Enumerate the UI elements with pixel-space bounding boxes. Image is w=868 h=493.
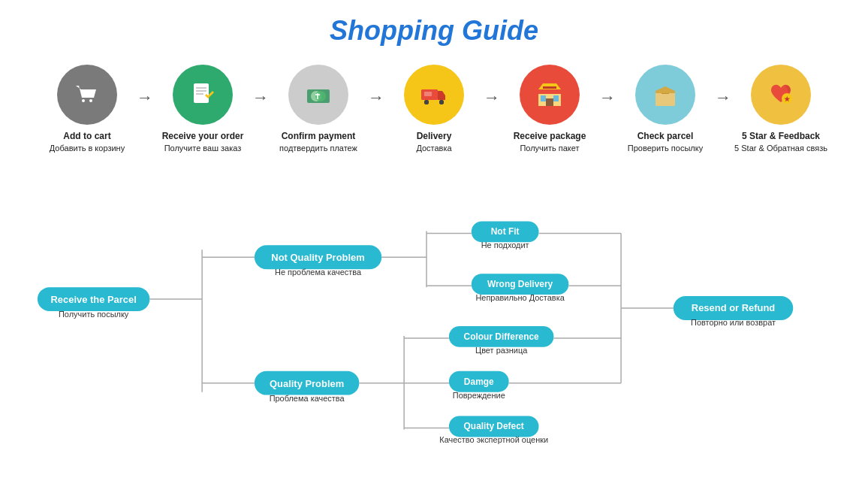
- step-circle-1: [57, 65, 117, 125]
- svg-rect-25: [553, 95, 559, 101]
- step-circle-3: [288, 65, 348, 125]
- damage-label-ru: Повреждение: [453, 390, 505, 399]
- step-label-ru-3: подтвердить платеж: [279, 143, 357, 153]
- svg-rect-30: [656, 91, 675, 93]
- step-label-ru-5: Получить пакет: [520, 143, 579, 153]
- branch2-label-ru: Проблема качества: [270, 393, 345, 402]
- store-icon: [531, 76, 568, 113]
- wrong-delivery-label-en: Wrong Delivery: [487, 279, 553, 289]
- page-wrapper: Shopping Guide Add to cart Добавить в ко…: [0, 0, 868, 467]
- step-delivery: Delivery Доставка: [381, 65, 487, 153]
- outcome-label-ru: Повторно или возврат: [691, 318, 776, 327]
- svg-rect-6: [196, 90, 206, 92]
- page-title: Shopping Guide: [8, 15, 860, 47]
- svg-point-2: [89, 99, 92, 102]
- svg-rect-23: [546, 98, 553, 106]
- svg-rect-24: [541, 95, 546, 101]
- not-fit-label-en: Not Fit: [491, 226, 520, 237]
- step-circle-6: [635, 65, 695, 125]
- colour-diff-label-en: Colour Difference: [464, 331, 540, 342]
- quality-defect-label-ru: Качество экспертной оценки: [439, 435, 548, 444]
- svg-point-19: [439, 100, 444, 104]
- payment-icon: [300, 76, 337, 113]
- svg-text:★: ★: [784, 95, 791, 103]
- steps-row: Add to cart Добавить в корзину → Receive…: [8, 65, 860, 153]
- colour-diff-label-ru: Цвет разница: [475, 346, 528, 355]
- damage-label-en: Damge: [464, 377, 494, 387]
- branch1-label-en: Not Quality Problem: [271, 252, 364, 263]
- svg-rect-17: [424, 92, 432, 96]
- step-circle-5: [520, 65, 580, 125]
- step-label-en-5: Receive package: [514, 131, 586, 143]
- branch1-label-ru: Не проблема качества: [275, 268, 362, 277]
- step-add-to-cart: Add to cart Добавить в корзину: [35, 65, 140, 153]
- svg-rect-5: [196, 87, 206, 89]
- quality-defect-label-en: Quality Defect: [464, 421, 524, 431]
- flow-diagram: Receive the Parcel Получить посылку Not …: [23, 174, 845, 460]
- truck-icon: [415, 76, 453, 113]
- step-receive-package: Receive package Получить пакет: [497, 65, 602, 153]
- branch2-label-en: Quality Problem: [270, 378, 344, 389]
- root-node-label-en: Receive the Parcel: [50, 294, 136, 305]
- step-label-ru-6: Проверить посылку: [628, 143, 703, 153]
- root-node-label-ru: Получить посылку: [59, 310, 129, 319]
- step-label-ru-7: 5 Star & Обратная связь: [734, 143, 827, 153]
- step-circle-4: [404, 65, 464, 125]
- heart-icon: ★: [762, 76, 800, 113]
- outcome-label-en: Resend or Refund: [692, 302, 776, 313]
- cart-icon: [68, 76, 106, 113]
- svg-point-11: [315, 91, 326, 101]
- svg-rect-26: [543, 86, 556, 89]
- svg-rect-22: [538, 89, 561, 94]
- step-label-en-7: 5 Star & Feedback: [742, 131, 820, 143]
- step-feedback: ★ 5 Star & Feedback 5 Star & Обратная св…: [728, 65, 833, 153]
- step-circle-7: ★: [751, 65, 811, 125]
- step-label-en-2: Receive your order: [162, 131, 244, 143]
- svg-point-1: [82, 99, 85, 102]
- step-label-ru-4: Доставка: [416, 143, 451, 153]
- step-label-ru-1: Добавить в корзину: [50, 143, 125, 153]
- step-receive-order: Receive your order Получите ваш заказ: [150, 65, 255, 153]
- step-label-en-3: Confirm payment: [282, 131, 356, 143]
- step-label-en-6: Check parcel: [637, 131, 694, 143]
- step-confirm-payment: Confirm payment подтвердить платеж: [266, 65, 371, 153]
- not-fit-label-ru: Не подходит: [481, 240, 529, 250]
- step-label-en-1: Add to cart: [63, 131, 110, 143]
- svg-point-18: [424, 100, 429, 104]
- svg-rect-7: [196, 93, 203, 95]
- step-label-en-4: Delivery: [417, 131, 452, 143]
- step-circle-2: [173, 65, 233, 125]
- order-icon: [184, 76, 222, 113]
- wrong-delivery-label-ru: Неправильно Доставка: [475, 293, 565, 302]
- box-icon: [646, 76, 684, 113]
- step-label-ru-2: Получите ваш заказ: [164, 143, 242, 153]
- step-check-parcel: Check parcel Проверить посылку: [613, 65, 718, 153]
- flow-section: Receive the Parcel Получить посылку Not …: [8, 174, 860, 460]
